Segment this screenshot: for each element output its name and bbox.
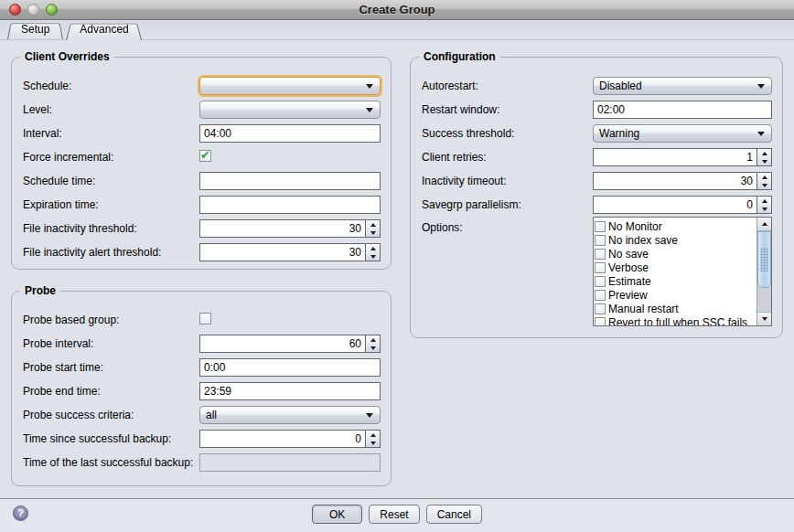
option-checkbox[interactable] (595, 290, 606, 301)
group-title: Client Overrides (20, 50, 114, 63)
option-preview[interactable]: Preview (594, 288, 756, 302)
options-list[interactable]: No Monitor No index save No save Verbose… (593, 217, 772, 326)
scroll-up-button[interactable] (757, 218, 771, 231)
success-threshold-combobox[interactable]: Warning (593, 124, 772, 143)
savegrp-parallelism-label: Savegrp parallelism: (422, 198, 593, 211)
triangle-down-icon (762, 207, 767, 211)
schedule-row: Schedule: (23, 74, 381, 98)
triangle-up-icon (762, 199, 767, 203)
savegrp-parallelism-input[interactable] (593, 196, 756, 214)
time-since-successful-backup-row: Time since successful backup: (23, 427, 381, 451)
triangle-up-icon (370, 433, 376, 437)
probe-based-group-checkbox[interactable] (199, 313, 211, 325)
spin-up-button[interactable] (366, 244, 380, 252)
reset-button[interactable]: Reset (369, 505, 419, 524)
probe-based-group-row: Probe based group: (23, 308, 381, 332)
option-checkbox[interactable] (595, 235, 606, 246)
file-inactivity-alert-threshold-row: File inactivity alert threshold: (23, 240, 381, 264)
spin-down-button[interactable] (757, 205, 771, 213)
level-combobox[interactable] (199, 101, 381, 119)
file-inactivity-alert-threshold-spinner (199, 243, 381, 261)
option-no-index-save[interactable]: No index save (594, 233, 756, 247)
scrollbar-track[interactable] (757, 231, 771, 312)
probe-interval-input[interactable] (199, 335, 365, 353)
probe-success-criteria-combobox[interactable]: all (199, 406, 381, 424)
file-inactivity-threshold-spinner (199, 219, 381, 238)
tab-setup[interactable]: Setup (7, 21, 63, 39)
client-retries-row: Client retries: (422, 145, 772, 169)
triangle-down-icon (370, 346, 376, 350)
triangle-down-icon (762, 160, 767, 164)
file-inactivity-threshold-label: File inactivity threshold: (23, 222, 199, 235)
force-incremental-checkbox[interactable] (199, 150, 211, 162)
restart-window-row: Restart window: (422, 98, 772, 122)
probe-start-time-input[interactable] (199, 358, 381, 377)
scrollbar-thumb[interactable] (757, 231, 771, 288)
cancel-button[interactable]: Cancel (426, 505, 482, 524)
option-checkbox[interactable] (595, 303, 606, 314)
option-checkbox[interactable] (595, 249, 606, 260)
option-manual-restart[interactable]: Manual restart (594, 302, 756, 315)
option-checkbox[interactable] (595, 221, 606, 232)
file-inactivity-alert-threshold-input[interactable] (199, 243, 365, 261)
level-row: Level: (23, 98, 381, 122)
schedule-label: Schedule: (23, 80, 199, 92)
time-of-last-successful-backup-label: Time of the last successful backup: (23, 456, 199, 469)
spin-up-button[interactable] (757, 173, 771, 181)
spin-down-button[interactable] (366, 439, 380, 447)
spin-up-button[interactable] (366, 335, 380, 344)
option-verbose[interactable]: Verbose (594, 261, 756, 274)
probe-success-criteria-label: Probe success criteria: (23, 409, 199, 421)
time-since-successful-backup-input[interactable] (199, 430, 365, 448)
option-checkbox[interactable] (595, 262, 606, 273)
savegrp-parallelism-row: Savegrp parallelism: (422, 193, 772, 217)
spin-down-button[interactable] (757, 157, 771, 165)
inactivity-timeout-spinner (593, 172, 772, 190)
autorestart-row: Autorestart: Disabled (422, 74, 772, 98)
option-revert-to-full[interactable]: Revert to full when SSC fails (594, 315, 756, 325)
option-no-save[interactable]: No save (594, 247, 756, 261)
spin-up-button[interactable] (366, 220, 380, 229)
expiration-time-input[interactable] (199, 196, 381, 214)
probe-success-criteria-row: Probe success criteria: all (23, 403, 381, 427)
probe-group: Probe Probe based group: Probe interval:… (11, 291, 392, 486)
autorestart-combobox[interactable]: Disabled (593, 77, 772, 95)
scroll-down-button[interactable] (757, 312, 771, 325)
spin-down-button[interactable] (757, 181, 771, 189)
inactivity-timeout-row: Inactivity timeout: (422, 169, 772, 193)
option-checkbox[interactable] (595, 317, 606, 326)
spin-down-button[interactable] (366, 229, 380, 237)
inactivity-timeout-input[interactable] (593, 172, 756, 190)
option-checkbox[interactable] (595, 276, 606, 287)
scrollbar-grip-icon (760, 248, 768, 271)
time-of-last-successful-backup-input (199, 453, 381, 472)
interval-input[interactable] (199, 124, 381, 143)
chevron-down-icon (757, 84, 765, 89)
client-retries-input[interactable] (593, 148, 756, 166)
tab-advanced[interactable]: Advanced (66, 21, 142, 39)
spin-up-button[interactable] (366, 431, 380, 439)
spin-down-button[interactable] (366, 252, 380, 261)
options-row: Options: No Monitor No index save No sav… (422, 217, 772, 337)
client-retries-label: Client retries: (422, 151, 593, 164)
group-title: Probe (20, 284, 60, 297)
interval-label: Interval: (23, 127, 199, 140)
schedule-time-input[interactable] (199, 172, 381, 190)
schedule-time-row: Schedule time: (23, 169, 381, 193)
spin-up-button[interactable] (757, 197, 771, 205)
triangle-down-icon (762, 317, 767, 321)
probe-start-time-row: Probe start time: (23, 356, 381, 379)
restart-window-input[interactable] (593, 101, 772, 119)
footer-bar: ? OK Reset Cancel (0, 499, 794, 532)
spin-up-button[interactable] (757, 149, 771, 157)
schedule-combobox[interactable] (199, 77, 381, 95)
option-estimate[interactable]: Estimate (594, 274, 756, 288)
spin-down-button[interactable] (366, 344, 380, 352)
file-inactivity-threshold-input[interactable] (199, 219, 365, 238)
time-since-successful-backup-spinner (199, 430, 381, 448)
option-no-monitor[interactable]: No Monitor (594, 219, 756, 233)
ok-button[interactable]: OK (312, 505, 362, 524)
probe-end-time-input[interactable] (199, 382, 381, 400)
title-bar[interactable]: Create Group (0, 0, 794, 20)
options-scrollbar[interactable] (756, 218, 771, 325)
